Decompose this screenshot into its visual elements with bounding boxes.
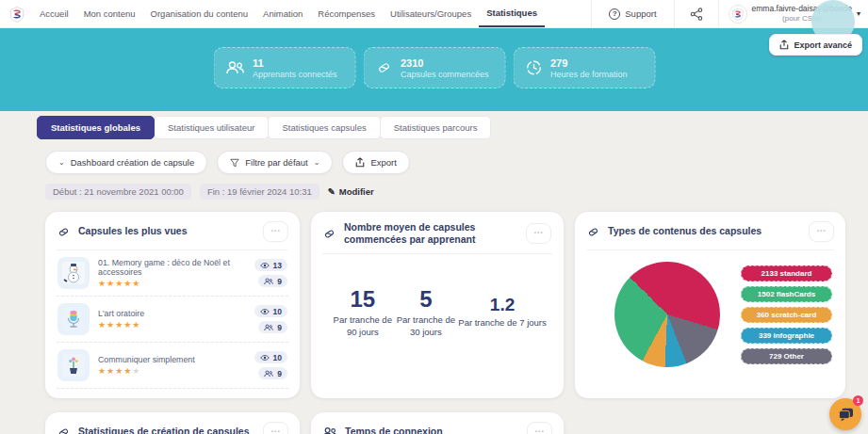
views-badge: 10 xyxy=(254,351,287,363)
tab-statistiques-globales[interactable]: Statistiques globales xyxy=(37,116,155,139)
users-icon xyxy=(225,60,244,75)
legend-scratch-card[interactable]: 360 scratch-card xyxy=(741,307,832,323)
capsule-info: 01. Memory game : déco de Noël et access… xyxy=(98,258,246,288)
card-types-de-contenus: Types de contenus des capsules ··· 2133 … xyxy=(575,212,845,398)
learners-count: 9 xyxy=(277,369,282,378)
export-avance-button[interactable]: Export avancé xyxy=(769,34,862,56)
support-button[interactable]: ? Support xyxy=(592,8,673,20)
nav-item-organisation-du-contenu[interactable]: Organisation du contenu xyxy=(143,0,256,27)
modify-dates-button[interactable]: ✎ Modifier xyxy=(328,186,374,197)
nav-item-recompenses[interactable]: Récompenses xyxy=(310,0,383,27)
chat-widget-button[interactable]: 1 xyxy=(829,398,861,430)
chat-bubbles-icon xyxy=(838,408,854,422)
stat-value: 11 xyxy=(253,57,337,69)
legend-flashcards[interactable]: 1502 flashCards xyxy=(741,286,832,302)
capsule-info: Communiquer simplement ★★★★★ xyxy=(98,355,246,376)
legend-standard[interactable]: 2133 standard xyxy=(741,265,832,281)
beedeez-logo-icon xyxy=(8,6,25,23)
pie-chart-area: 2133 standard 1502 flashCards 360 scratc… xyxy=(586,250,834,367)
content-types-pie-chart[interactable] xyxy=(614,262,720,367)
stats-tabs: Statistiques globales Statistiques utili… xyxy=(38,116,868,139)
date-start-badge[interactable]: Début : 21 novembre 2021 00:00 xyxy=(45,184,191,200)
views-count: 13 xyxy=(273,261,282,270)
snowman-image xyxy=(61,261,86,285)
stat-chip-capsules-commencees[interactable]: 2310 Capsules commencées xyxy=(363,47,505,88)
capsule-list-item[interactable]: Communiquer simplement ★★★★★ 10 xyxy=(57,343,288,389)
org-chart-button[interactable] xyxy=(675,8,718,21)
legend-other[interactable]: 729 Other xyxy=(741,348,832,364)
dashboard-select[interactable]: ⌄ Dashboard création de capsule xyxy=(45,151,207,174)
views-badge: 13 xyxy=(254,259,287,271)
metric-7-days: 1.2 Par tranche de 7 jours xyxy=(458,286,547,338)
nav-item-utilisateurs-groupes[interactable]: Utilisateurs/Groupes xyxy=(383,0,479,27)
pie-legend: 2133 standard 1502 flashCards 360 scratc… xyxy=(741,265,832,364)
nav-item-animation[interactable]: Animation xyxy=(255,0,310,27)
capsule-thumbnail-microphone xyxy=(57,303,90,335)
capsule-list-item[interactable]: 01. Memory game : déco de Noël et access… xyxy=(57,250,288,297)
rating-stars: ★★★★★ xyxy=(98,280,246,288)
app-logo[interactable] xyxy=(8,5,26,24)
views-count: 10 xyxy=(273,353,282,362)
rating-stars: ★★★★★ xyxy=(98,321,246,330)
date-end-badge[interactable]: Fin : 19 février 2024 10:31 xyxy=(200,184,319,200)
card-statistiques-creation: Statistiques de création de capsules ··· xyxy=(45,412,300,434)
metric-30-days: 5 Par tranche de 30 jours xyxy=(394,286,459,338)
capsule-list-item[interactable]: L'art oratoire ★★★★★ 10 xyxy=(57,297,288,343)
stat-chip-heures-de-formation[interactable]: 279 Heures de formation xyxy=(513,47,655,88)
eye-icon xyxy=(260,262,270,269)
eye-icon xyxy=(260,354,270,362)
modify-label: Modifier xyxy=(339,186,374,197)
chevron-down-icon: ⌄ xyxy=(58,158,65,167)
card-temps-de-connexion: Temps de connexion ··· xyxy=(311,412,564,434)
nav-item-statistiques[interactable]: Statistiques xyxy=(479,0,545,27)
card-nombre-moyen-capsules: Nombre moyen de capsules commencées par … xyxy=(311,212,564,398)
tab-statistiques-capsules[interactable]: Statistiques capsules xyxy=(268,116,380,139)
user-avatar[interactable] xyxy=(729,5,747,24)
stat-label: Heures de formation xyxy=(550,70,628,79)
stat-chip-apprenants-connectes[interactable]: 11 Apprenants connectés xyxy=(213,47,355,88)
filter-button-label: Filtre par défaut xyxy=(245,157,308,168)
card-menu-button[interactable]: ··· xyxy=(809,221,834,242)
card-menu-button[interactable]: ··· xyxy=(263,221,288,242)
card-capsules-les-plus-vues: Capsules les plus vues ··· xyxy=(45,212,300,398)
nav-item-mon-contenu[interactable]: Mon contenu xyxy=(76,0,143,27)
flower-image xyxy=(61,353,86,378)
main-content: Statistiques globales Statistiques utili… xyxy=(0,111,868,434)
capsule-badges: 10 9 xyxy=(254,305,287,333)
microphone-image xyxy=(61,307,86,331)
learners-badge: 9 xyxy=(258,367,287,379)
tab-statistiques-parcours[interactable]: Statistiques parcours xyxy=(380,116,492,139)
dashboard-select-label: Dashboard création de capsule xyxy=(71,157,195,168)
capsule-badges: 13 9 xyxy=(254,259,287,287)
stat-value: 2310 xyxy=(401,57,489,69)
card-header: Statistiques de création de capsules ··· xyxy=(57,422,288,434)
learners-count: 9 xyxy=(277,323,282,332)
notification-badge: 1 xyxy=(853,395,863,406)
card-title: Types de contenus des capsules xyxy=(608,225,801,237)
card-menu-button[interactable]: ··· xyxy=(527,422,552,434)
card-header: Nombre moyen de capsules commencées par … xyxy=(322,221,552,254)
eye-icon xyxy=(260,308,270,315)
tab-statistiques-utilisateur[interactable]: Statistiques utilisateur xyxy=(154,116,269,139)
main-nav: Accueil Mon contenu Organisation du cont… xyxy=(32,0,545,27)
legend-infographie[interactable]: 339 infographie xyxy=(741,328,832,344)
users-icon xyxy=(264,370,273,378)
rating-stars: ★★★★★ xyxy=(98,367,246,376)
card-menu-button[interactable]: ··· xyxy=(526,223,551,244)
capsule-title: Communiquer simplement xyxy=(98,355,246,364)
filter-button[interactable]: Filtre par défaut ⌄ xyxy=(217,151,333,174)
metric-label: Par tranche de 30 jours xyxy=(394,314,459,338)
nav-item-accueil[interactable]: Accueil xyxy=(32,0,76,27)
export-button[interactable]: Export xyxy=(342,151,409,174)
support-label: Support xyxy=(625,8,656,19)
views-count: 10 xyxy=(273,307,282,316)
question-mark-icon: ? xyxy=(609,8,620,20)
filters-toolbar: ⌄ Dashboard création de capsule Filtre p… xyxy=(45,151,845,174)
topbar-divider xyxy=(718,0,719,28)
upload-icon xyxy=(779,40,789,50)
metric-label: Par tranche de 7 jours xyxy=(458,317,547,329)
stat-value: 279 xyxy=(550,57,628,69)
funnel-icon xyxy=(230,158,239,168)
stat-label: Capsules commencées xyxy=(401,70,489,79)
card-menu-button[interactable]: ··· xyxy=(263,422,288,434)
